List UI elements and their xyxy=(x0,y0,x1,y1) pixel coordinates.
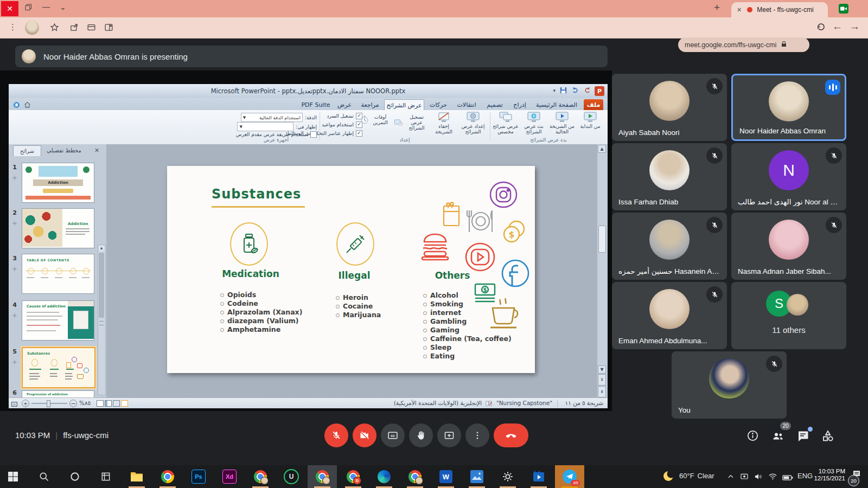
tab-review[interactable]: مراجعة xyxy=(357,99,383,110)
participant-tile[interactable]: حسنين أمير حمزه Hasanein Am... xyxy=(612,213,727,280)
telegram-icon[interactable]: .65 xyxy=(555,465,584,488)
reload-icon[interactable] xyxy=(816,22,826,34)
speaker-icon[interactable] xyxy=(754,472,763,483)
previous-slide-button[interactable]: ⇞ xyxy=(598,374,606,386)
people-icon[interactable] xyxy=(771,429,784,445)
pdf-suite-icon[interactable] xyxy=(13,100,20,111)
save-icon[interactable] xyxy=(559,86,567,94)
tray-clock[interactable]: 10:03 PM 12/15/2021 xyxy=(814,468,845,482)
participant-tile[interactable]: Nasma Adnan Jaber Sibah... xyxy=(731,213,846,280)
hide-slide-button[interactable]: إخفاء الشريحة xyxy=(430,112,458,134)
slideshow-view-icon[interactable] xyxy=(113,400,120,407)
word-icon[interactable]: W xyxy=(431,465,461,488)
weather-moon-icon[interactable] xyxy=(663,470,675,484)
spellcheck-icon[interactable] xyxy=(485,399,493,409)
slide-thumbnail-3[interactable]: TABLE OF CONTENTS xyxy=(22,254,94,294)
kebab-menu-icon[interactable]: ⋮ xyxy=(9,22,17,32)
checkbox-checked-icon[interactable]: ✓ xyxy=(356,113,362,119)
start-button[interactable] xyxy=(0,465,28,488)
info-icon[interactable] xyxy=(746,429,759,444)
battery-icon[interactable] xyxy=(782,473,793,483)
theme-name[interactable]: "Nursing Capstone" xyxy=(496,400,552,406)
photoshop-icon[interactable]: Ps xyxy=(184,465,213,488)
chat-icon[interactable] xyxy=(796,429,809,445)
new-tab-button[interactable]: + xyxy=(714,2,720,14)
bookmark-star-icon[interactable] xyxy=(50,23,59,34)
fit-to-window-icon[interactable] xyxy=(11,400,18,410)
raise-hand-button[interactable] xyxy=(409,423,433,447)
checkbox-checked-icon[interactable]: ✓ xyxy=(356,121,362,128)
scroll-down-icon[interactable]: ▼ xyxy=(598,365,606,374)
tab-insert[interactable]: إدراج xyxy=(509,99,531,110)
checkbox-use-timings[interactable]: ✓ استخدام مواعيد xyxy=(322,121,362,128)
slide-thumbnail-4[interactable]: Causes of addiction xyxy=(22,300,94,341)
address-bar[interactable]: meet.google.com/ffs-uwgc-cmi xyxy=(678,37,809,52)
adobe-xd-icon[interactable]: Xd xyxy=(215,465,244,488)
tray-chevron-icon[interactable] xyxy=(727,473,735,483)
participant-tile[interactable]: Aiyah Sabah Noori xyxy=(612,74,727,141)
zoom-out-button[interactable]: − xyxy=(69,400,77,407)
cortana-icon[interactable] xyxy=(60,465,90,488)
from-beginning-button[interactable]: من البداية xyxy=(576,112,604,129)
panel-scrollbar[interactable]: ▲ xyxy=(98,245,106,395)
slide-thumbnail-1[interactable]: Addiction xyxy=(22,163,94,203)
tab-transitions[interactable]: انتقالات xyxy=(452,99,481,110)
rehearse-timings-button[interactable]: أوقات التمرين xyxy=(360,114,390,125)
language-indicator[interactable]: ENG xyxy=(797,472,813,480)
qat-dropdown-icon[interactable]: ▾ xyxy=(553,88,556,93)
slide-sorter-view-icon[interactable] xyxy=(105,400,112,407)
slide-thumbnail-2[interactable]: Addiction xyxy=(22,208,94,248)
present-screen-button[interactable] xyxy=(437,423,461,447)
forward-icon[interactable]: → xyxy=(850,21,860,33)
tab-home[interactable]: الصفحة الرئيسية xyxy=(534,99,579,110)
camera-off-button[interactable] xyxy=(353,423,376,447)
slide-thumbnail-5-current[interactable]: Substances xyxy=(22,347,95,388)
powerpoint-app-icon[interactable]: P xyxy=(595,86,604,96)
iobit-uninstaller-icon[interactable]: U xyxy=(277,465,306,488)
side-panel-icon[interactable] xyxy=(104,23,113,34)
redo-icon[interactable] xyxy=(583,86,591,94)
chrome-profile2-icon[interactable] xyxy=(400,465,430,488)
window-restore-icon[interactable] xyxy=(25,4,32,12)
broadcast-slideshow-button[interactable]: بث عرض الشرائح xyxy=(520,112,548,134)
tab-pdf-suite[interactable]: PDF Suite xyxy=(299,99,332,110)
tab-slideshow-active[interactable]: عرض الشرائح xyxy=(384,99,424,111)
from-current-slide-button[interactable]: من الشريحة الحالية xyxy=(548,112,576,134)
tab-view[interactable]: عرض xyxy=(334,99,355,110)
undo-icon[interactable] xyxy=(571,86,579,94)
chrome-idm-icon[interactable]: D xyxy=(339,465,368,488)
record-slideshow-button[interactable]: تسجيل عرض الشرائح xyxy=(394,114,429,131)
language-status[interactable]: الإنجليزية (الولايات المتحدة الأمريكية) xyxy=(394,400,482,406)
photos-icon[interactable] xyxy=(462,465,492,488)
end-call-button[interactable] xyxy=(494,423,528,447)
normal-view-icon[interactable] xyxy=(121,400,128,407)
self-tile[interactable]: You xyxy=(672,351,787,419)
participant-tile-active-speaker[interactable]: Noor Haider Abbas Omran xyxy=(731,74,846,141)
browser-profile-avatar[interactable] xyxy=(25,21,39,35)
settings-gear-icon[interactable] xyxy=(493,465,522,488)
participant-tile[interactable]: Eman Ahmed Abdulmuna... xyxy=(612,282,727,349)
overflow-tile[interactable]: S 11 others xyxy=(731,282,846,349)
slide-thumbnail-6[interactable]: Progression of addiction xyxy=(22,390,94,397)
chrome-active-icon[interactable] xyxy=(308,465,337,488)
tab-design[interactable]: تصميم xyxy=(483,99,507,110)
captions-button[interactable]: cc xyxy=(381,423,405,447)
file-explorer-icon[interactable] xyxy=(122,465,151,488)
custom-slideshow-button[interactable]: عرض شرائح مخصص xyxy=(492,112,520,134)
edge-icon[interactable] xyxy=(369,465,399,488)
tab-search-chevron-icon[interactable]: ⌄ xyxy=(60,3,66,11)
task-view-icon[interactable] xyxy=(91,465,120,488)
ppt-scrollbar[interactable]: ▲ ▼ ⇞ ⇟ xyxy=(597,144,606,397)
wifi-icon[interactable] xyxy=(768,472,777,483)
cast-icon[interactable] xyxy=(740,472,749,483)
save-card-icon[interactable] xyxy=(87,23,96,34)
scroll-up-icon[interactable]: ▲ xyxy=(598,145,606,153)
tab-file[interactable]: ملف xyxy=(584,99,603,110)
setup-slideshow-button[interactable]: إعداد عرض الشرائح xyxy=(459,112,487,134)
show-on-dropdown[interactable]: ▼ xyxy=(237,122,293,131)
reading-view-icon[interactable] xyxy=(97,400,104,407)
weather-status[interactable]: 60°F Clear xyxy=(679,472,714,480)
panel-close-icon[interactable]: ✕ xyxy=(94,147,99,154)
resolution-dropdown[interactable]: استخدام الدقة الحالية▼ xyxy=(241,113,303,122)
movies-tv-icon[interactable] xyxy=(524,465,553,488)
